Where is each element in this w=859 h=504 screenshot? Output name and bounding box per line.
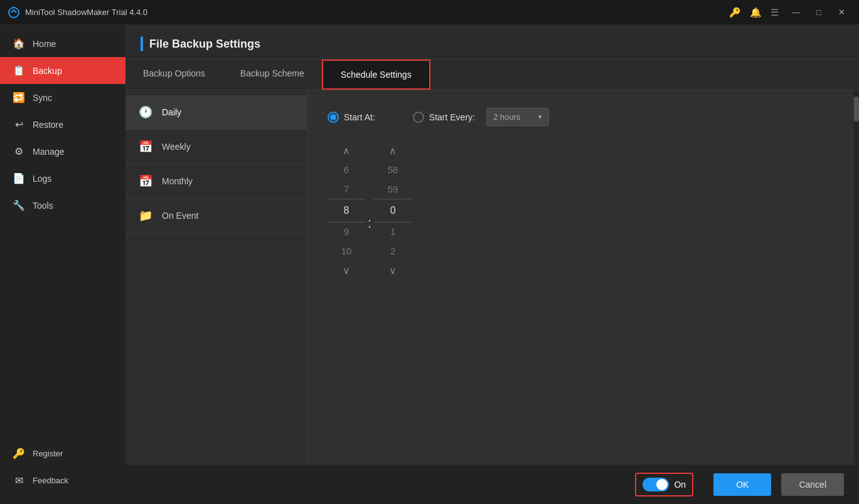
tab-bar: Backup Options Backup Scheme Schedule Se… xyxy=(125,60,859,90)
hour-10: 10 xyxy=(328,242,365,261)
start-every-radio[interactable] xyxy=(413,112,424,123)
content-area: 🕐 Daily 📅 Weekly 📅 Monthly 📁 On Event xyxy=(125,90,859,464)
sidebar-label-sync: Sync xyxy=(33,93,52,103)
start-every-option[interactable]: Start Every: 2 hours ▾ xyxy=(413,108,549,126)
page-header: File Backup Settings xyxy=(125,25,859,60)
sidebar-label-manage: Manage xyxy=(33,147,65,157)
sidebar: 🏠 Home 📋 Backup 🔁 Sync ↩ Restore ⚙ Manag… xyxy=(0,25,125,504)
sidebar-label-feedback: Feedback xyxy=(33,476,68,485)
sidebar-item-restore[interactable]: ↩ Restore xyxy=(0,111,125,138)
main-content: File Backup Settings Backup Options Back… xyxy=(125,25,859,504)
feedback-icon: ✉ xyxy=(13,475,25,486)
daily-label: Daily xyxy=(162,107,181,117)
monthly-label: Monthly xyxy=(162,176,193,186)
sidebar-item-register[interactable]: 🔑 Register xyxy=(0,440,125,467)
svg-point-0 xyxy=(9,8,19,18)
sidebar-label-home: Home xyxy=(33,39,56,49)
sidebar-label-tools: Tools xyxy=(33,201,53,211)
menu-icon[interactable]: ☰ xyxy=(771,7,779,18)
minutes-down-button[interactable]: ∨ xyxy=(381,261,404,280)
on-off-toggle[interactable] xyxy=(643,478,669,491)
time-picker: ∧ 6 7 8 9 10 ∨ : ∧ xyxy=(328,141,839,280)
schedule-config-panel: Start At: Start Every: 2 hours ▾ xyxy=(307,90,859,464)
title-icons: 🔑 🔔 ☰ xyxy=(729,7,779,18)
hours-down-button[interactable]: ∨ xyxy=(335,261,358,280)
on-event-icon: 📁 xyxy=(138,209,153,223)
tools-icon: 🔧 xyxy=(13,199,25,211)
toggle-label: On xyxy=(674,480,686,490)
ok-button[interactable]: OK xyxy=(713,473,771,496)
hours-column: ∧ 6 7 8 9 10 ∨ xyxy=(328,141,365,280)
sync-icon: 🔁 xyxy=(13,92,25,103)
minutes-column: ∧ 58 59 0 1 2 ∨ xyxy=(374,141,412,280)
manage-icon: ⚙ xyxy=(13,145,25,157)
tab-backup-options[interactable]: Backup Options xyxy=(125,60,223,90)
dropdown-value: 2 hours xyxy=(493,112,520,122)
dropdown-arrow-icon: ▾ xyxy=(538,113,542,121)
min-2: 2 xyxy=(374,242,412,261)
hour-selected[interactable]: 8 xyxy=(328,199,365,223)
min-1: 1 xyxy=(374,223,412,242)
scroll-thumb[interactable] xyxy=(854,97,859,122)
monthly-icon: 📅 xyxy=(138,174,153,188)
window-controls: — □ ✕ xyxy=(786,5,851,20)
backup-icon: 📋 xyxy=(13,65,25,76)
on-event-label: On Event xyxy=(162,211,198,221)
time-colon: : xyxy=(365,215,374,231)
sidebar-item-sync[interactable]: 🔁 Sync xyxy=(0,84,125,111)
sidebar-item-home[interactable]: 🏠 Home xyxy=(0,30,125,57)
sidebar-item-tools[interactable]: 🔧 Tools xyxy=(0,192,125,219)
toggle-container: On xyxy=(635,473,693,496)
sidebar-label-backup: Backup xyxy=(33,66,62,76)
app-title: MiniTool ShadowMaker Trial 4.4.0 xyxy=(25,8,729,17)
minimize-button[interactable]: — xyxy=(786,5,806,20)
sidebar-nav: 🏠 Home 📋 Backup 🔁 Sync ↩ Restore ⚙ Manag… xyxy=(0,30,125,219)
schedule-type-on-event[interactable]: 📁 On Event xyxy=(125,199,307,233)
min-selected[interactable]: 0 xyxy=(374,199,412,223)
register-icon: 🔑 xyxy=(13,448,25,459)
interval-dropdown[interactable]: 2 hours ▾ xyxy=(486,108,549,126)
daily-icon: 🕐 xyxy=(138,105,153,119)
start-at-label: Start At: xyxy=(344,112,375,122)
home-icon: 🏠 xyxy=(13,38,25,50)
weekly-icon: 📅 xyxy=(138,140,153,154)
page-title: File Backup Settings xyxy=(149,38,260,51)
sidebar-bottom: 🔑 Register ✉ Feedback xyxy=(0,440,125,504)
schedule-type-weekly[interactable]: 📅 Weekly xyxy=(125,130,307,164)
minutes-up-button[interactable]: ∧ xyxy=(381,141,404,160)
sidebar-item-feedback[interactable]: ✉ Feedback xyxy=(0,467,125,494)
start-at-option[interactable]: Start At: xyxy=(328,112,375,123)
hour-7: 7 xyxy=(328,180,365,199)
min-58: 58 xyxy=(374,160,412,180)
radio-row: Start At: Start Every: 2 hours ▾ xyxy=(328,108,839,126)
schedule-type-daily[interactable]: 🕐 Daily xyxy=(125,95,307,130)
sidebar-label-register: Register xyxy=(33,449,63,458)
start-at-radio[interactable] xyxy=(328,112,339,123)
hours-up-button[interactable]: ∧ xyxy=(335,141,358,160)
start-every-label: Start Every: xyxy=(429,112,475,122)
hours-numbers: 6 7 8 9 10 xyxy=(328,160,365,261)
toggle-knob xyxy=(656,479,668,490)
schedule-type-monthly[interactable]: 📅 Monthly xyxy=(125,164,307,199)
key-icon[interactable]: 🔑 xyxy=(729,7,741,18)
app-logo xyxy=(8,6,20,19)
logs-icon: 📄 xyxy=(13,172,25,184)
sidebar-item-backup[interactable]: 📋 Backup xyxy=(0,57,125,84)
minutes-numbers: 58 59 0 1 2 xyxy=(374,160,412,261)
schedule-types-panel: 🕐 Daily 📅 Weekly 📅 Monthly 📁 On Event xyxy=(125,90,307,464)
bell-icon[interactable]: 🔔 xyxy=(750,7,762,18)
maximize-button[interactable]: □ xyxy=(809,5,829,20)
sidebar-item-logs[interactable]: 📄 Logs xyxy=(0,165,125,192)
tab-backup-scheme[interactable]: Backup Scheme xyxy=(223,60,322,90)
weekly-label: Weekly xyxy=(162,142,191,152)
cancel-button[interactable]: Cancel xyxy=(781,473,844,496)
restore-icon: ↩ xyxy=(13,118,25,130)
app-body: 🏠 Home 📋 Backup 🔁 Sync ↩ Restore ⚙ Manag… xyxy=(0,25,859,504)
tab-schedule-settings[interactable]: Schedule Settings xyxy=(322,60,430,90)
sidebar-label-restore: Restore xyxy=(33,120,63,130)
close-button[interactable]: ✕ xyxy=(831,5,851,20)
sidebar-item-manage[interactable]: ⚙ Manage xyxy=(0,138,125,165)
hour-6: 6 xyxy=(328,160,365,180)
title-bar: MiniTool ShadowMaker Trial 4.4.0 🔑 🔔 ☰ —… xyxy=(0,0,859,25)
hour-9: 9 xyxy=(328,223,365,242)
